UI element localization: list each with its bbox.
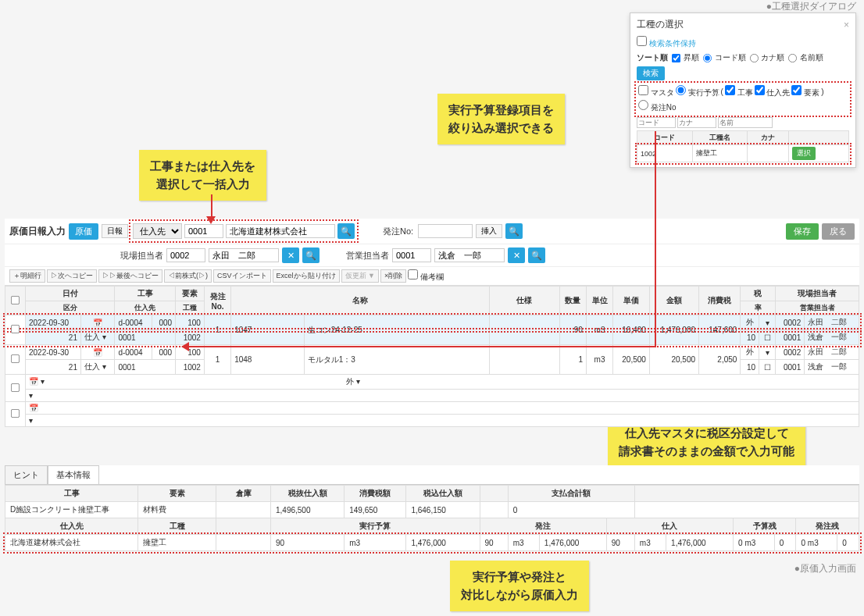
main-panel: 原価日報入力 原価 日報 仕入先 🔍 発注No: 挿入 🔍 保存 戻る 現場担当… xyxy=(5,219,859,427)
site-clear-icon[interactable]: ✕ xyxy=(282,247,299,263)
cost-button[interactable]: 原価 xyxy=(69,223,98,240)
site-mgr-code[interactable] xyxy=(166,248,205,262)
orderno-input[interactable] xyxy=(418,224,473,238)
site-mgr-name[interactable] xyxy=(209,248,279,262)
name-order-radio[interactable]: 名前順 xyxy=(787,52,823,63)
dialog-result-table: コード 工種名 カナ 1002 擁壁工 選択 xyxy=(637,130,849,162)
supplier-select[interactable]: 仕入先 xyxy=(133,223,182,239)
tab-basic[interactable]: 基本情報 xyxy=(48,465,99,484)
daily-button[interactable]: 日報 xyxy=(102,224,128,238)
orderno-search-icon[interactable]: 🔍 xyxy=(505,223,523,239)
copy-last-button[interactable]: ▷▷最後へコピー xyxy=(98,269,162,283)
row-checkbox[interactable] xyxy=(11,354,20,363)
page-title: 原価日報入力 xyxy=(9,225,66,238)
supplier-name-input[interactable] xyxy=(226,224,335,238)
sort-label: ソート順 xyxy=(637,52,668,63)
excel-button[interactable]: Excelから貼り付け xyxy=(273,269,340,283)
exec-budget-radio[interactable]: 実行予算 xyxy=(676,85,719,98)
worktype-dialog: 工種の選択 × 検索条件保持 ソート順 昇順 コード順 カナ順 名前順 検索 マ… xyxy=(630,12,856,168)
sales-mgr-name[interactable] xyxy=(434,248,505,262)
sales-clear-icon[interactable]: ✕ xyxy=(508,247,525,263)
kana-order-radio[interactable]: カナ順 xyxy=(749,52,785,63)
main-caption: ●原価入力画面 xyxy=(794,562,856,575)
sales-search-icon[interactable]: 🔍 xyxy=(528,247,545,263)
tab-hint[interactable]: ヒント xyxy=(5,465,48,484)
row-checkbox[interactable] xyxy=(11,409,20,418)
info-panel: ヒント 基本情報 工事 要素 倉庫 税抜仕入額 消費税額 税込仕入額 支払合計額… xyxy=(5,465,859,551)
delete-button[interactable]: ×削除 xyxy=(380,269,406,283)
action-bar: ＋明細行 ▷次へコピー ▷▷最後へコピー ◁前株式(▷) CSVインポート Ex… xyxy=(5,267,859,286)
sales-mgr-code[interactable] xyxy=(392,248,431,262)
row-checkbox[interactable] xyxy=(11,325,20,333)
hdr-type: 工種名 xyxy=(692,131,748,145)
name-filter[interactable] xyxy=(718,117,773,128)
remarks-checkbox[interactable]: 備考欄 xyxy=(408,269,444,283)
row-checkbox[interactable] xyxy=(11,383,20,391)
asc-checkbox[interactable]: 昇順 xyxy=(671,52,699,63)
supplier-code-input[interactable] xyxy=(184,224,223,238)
construction-checkbox[interactable]: 工事 xyxy=(725,85,753,98)
row-name[interactable]: 擁壁工 xyxy=(692,145,748,162)
save-button[interactable]: 保存 xyxy=(786,223,819,240)
hdr-kana: カナ xyxy=(748,131,789,145)
kana-filter[interactable] xyxy=(677,117,716,128)
insert-button[interactable]: 挿入 xyxy=(476,224,502,238)
back-button[interactable]: 戻る xyxy=(822,223,855,240)
code-order-radio[interactable]: コード順 xyxy=(702,52,746,63)
callout-1: 実行予算登録項目を絞り込み選択できる xyxy=(437,94,565,144)
close-icon[interactable]: × xyxy=(844,20,849,30)
callout-4: 実行予算や発注と対比しながら原価入力 xyxy=(450,561,589,611)
dialog-caption: ●工種選択ダイアログ xyxy=(766,0,856,13)
toolbar-row2: 現場担当者 ✕ 🔍 営業担当者 ✕ 🔍 xyxy=(5,244,859,267)
master-checkbox[interactable]: マスタ xyxy=(638,85,674,98)
callout-2: 工事または仕入先を選択して一括入力 xyxy=(139,150,266,201)
element-checkbox[interactable]: 要素 xyxy=(791,85,819,98)
search-icon[interactable]: 🔍 xyxy=(337,223,355,239)
main-grid: 日付 工事 要素 発注No. 名称 仕様 数量 単位 単価 金額 消費税 税 現… xyxy=(5,286,859,427)
del-first-button[interactable]: ◁前株式(▷) xyxy=(164,269,212,283)
sales-mgr-label: 営業担当者 xyxy=(346,250,389,262)
site-mgr-label: 現場担当者 xyxy=(120,250,163,262)
copy-next-button[interactable]: ▷次へコピー xyxy=(47,269,97,283)
refresh-button[interactable]: 仮更新 ▼ xyxy=(341,269,379,283)
keep-cond-checkbox[interactable]: 検索条件保持 xyxy=(637,39,696,48)
select-button[interactable]: 選択 xyxy=(792,147,816,160)
toolbar-row1: 原価日報入力 原価 日報 仕入先 🔍 発注No: 挿入 🔍 保存 戻る xyxy=(5,219,859,244)
info-grid: 工事 要素 倉庫 税抜仕入額 消費税額 税込仕入額 支払合計額 D施設コンクリー… xyxy=(5,485,859,551)
select-all-checkbox[interactable] xyxy=(11,295,20,304)
dialog-title: 工種の選択 xyxy=(637,18,684,31)
row-code[interactable]: 1002 xyxy=(637,145,693,162)
hdr-code: コード xyxy=(637,131,693,145)
search-button[interactable]: 検索 xyxy=(637,66,665,80)
add-row-button[interactable]: ＋明細行 xyxy=(9,269,45,283)
csv-button[interactable]: CSVインポート xyxy=(213,269,271,283)
orderno-label: 発注No: xyxy=(383,226,413,237)
code-filter[interactable] xyxy=(637,117,676,128)
site-search-icon[interactable]: 🔍 xyxy=(302,247,320,263)
supplier-checkbox[interactable]: 仕入先 xyxy=(755,85,791,98)
orderno-radio[interactable]: 発注No xyxy=(638,100,677,113)
